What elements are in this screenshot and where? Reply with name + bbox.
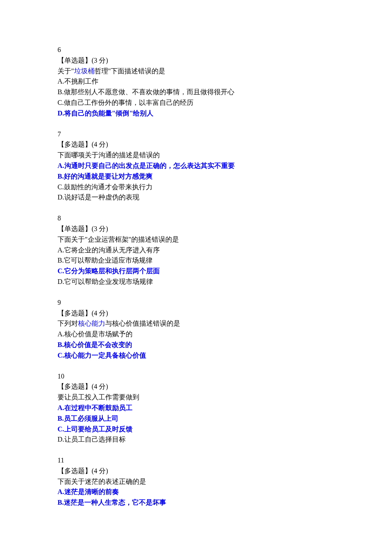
question-11: 11 【多选题】(4 分) 下面关于迷茫的表述正确的是 A.迷茫是清晰的前奏 B… [58,455,334,508]
option-c: C.鼓励性的沟通才会带来执行力 [58,182,334,193]
option-b: B.它可以帮助企业适应市场规律 [58,255,334,266]
question-type: 【多选题】(4 分) [58,139,334,150]
option-c: C.上司要给员工及时反馈 [58,424,334,435]
stem-post: 与核心价值描述错误的是 [105,320,180,327]
question-type: 【多选题】(4 分) [58,466,334,477]
question-type: 【多选题】(4 分) [58,382,334,392]
stem-link[interactable]: 核心能力 [78,320,105,327]
question-number: 11 [58,455,334,466]
option-a: A.不挑剔工作 [58,76,334,87]
option-a: A.沟通时只要自己的出发点是正确的，怎么表达其实不重要 [58,161,334,171]
option-b: B.做那些别人不愿意做、不喜欢做的事情，而且做得很开心 [58,87,334,98]
question-stem: 下列对核心能力与核心价值描述错误的是 [58,318,334,329]
question-number: 6 [58,45,334,55]
question-9: 9 【多选题】(4 分) 下列对核心能力与核心价值描述错误的是 A.核心价值是市… [58,298,334,361]
option-b: B.好的沟通就是要让对方感觉爽 [58,171,334,182]
option-a: A.核心价值是市场赋予的 [58,329,334,340]
question-number: 8 [58,213,334,224]
option-a: A.它将企业的沟通从无序进入有序 [58,245,334,256]
question-stem: 下面关于迷茫的表述正确的是 [58,477,334,487]
option-d: D.让员工自己选择目标 [58,434,334,445]
question-stem: 关于"垃圾桶哲理"下面描述错误的是 [58,66,334,77]
question-type: 【单选题】(3 分) [58,224,334,234]
question-stem: 要让员工投入工作需要做到 [58,392,334,403]
question-stem: 下面哪项关于沟通的描述是错误的 [58,150,334,161]
option-d: D.将自己的负能量"倾倒"给别人 [58,108,334,119]
question-number: 10 [58,371,334,382]
option-b: B.员工必须服从上司 [58,413,334,424]
question-type: 【多选题】(4 分) [58,308,334,319]
question-number: 7 [58,129,334,140]
option-d: D.它可以帮助企业发现市场规律 [58,277,334,287]
option-b: B.迷茫是一种人生常态，它不是坏事 [58,497,334,508]
question-10: 10 【多选题】(4 分) 要让员工投入工作需要做到 A.在过程中不断鼓励员工 … [58,371,334,445]
stem-pre: 下列对 [58,320,78,327]
option-a: A.在过程中不断鼓励员工 [58,403,334,413]
stem-pre: 关于" [58,67,74,75]
document-body: 6 【单选题】(3 分) 关于"垃圾桶哲理"下面描述错误的是 A.不挑剔工作 B… [58,45,334,508]
question-6: 6 【单选题】(3 分) 关于"垃圾桶哲理"下面描述错误的是 A.不挑剔工作 B… [58,45,334,119]
option-c: C.它分为策略层和执行层两个层面 [58,266,334,277]
question-stem: 下面关于"企业运营框架"的描述错误的是 [58,234,334,245]
stem-link[interactable]: 垃圾桶 [74,67,95,75]
option-c: C.做自己工作份外的事情，以丰富自己的经历 [58,98,334,108]
stem-post: 哲理"下面描述错误的是 [95,67,166,75]
question-8: 8 【单选题】(3 分) 下面关于"企业运营框架"的描述错误的是 A.它将企业的… [58,213,334,287]
option-b: B.核心价值是不会改变的 [58,340,334,350]
option-d: D.说好话是一种虚伪的表现 [58,192,334,203]
option-c: C.核心能力一定具备核心价值 [58,350,334,361]
question-7: 7 【多选题】(4 分) 下面哪项关于沟通的描述是错误的 A.沟通时只要自己的出… [58,129,334,203]
question-number: 9 [58,298,334,308]
option-a: A.迷茫是清晰的前奏 [58,487,334,497]
question-type: 【单选题】(3 分) [58,55,334,66]
